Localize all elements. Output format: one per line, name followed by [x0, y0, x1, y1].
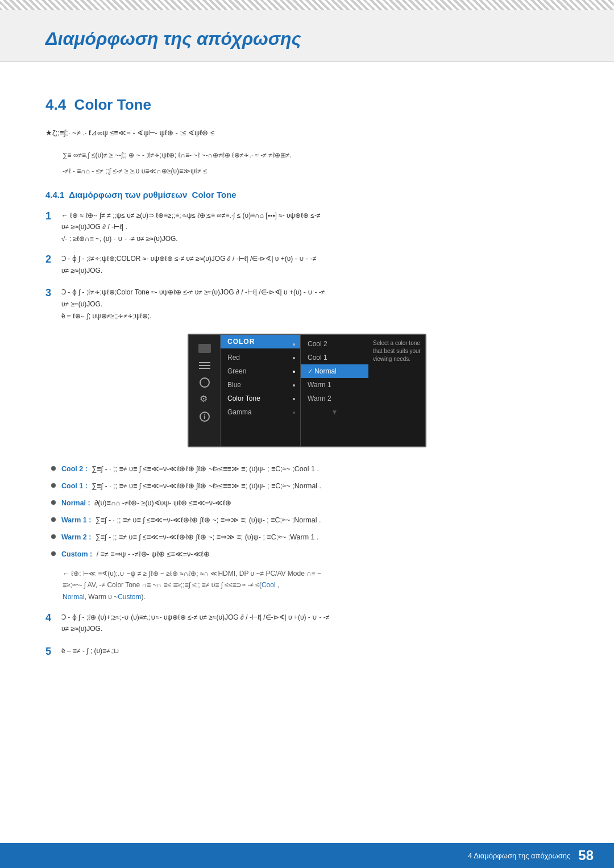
bullet-warm2-label: Warm 2 : [61, 533, 91, 541]
menu-items-list: Red Green Blue Color Tone Gamma [221, 348, 300, 421]
bullet-normal-text: ∂(υ)≡∩⌂ -≠ℓ⊕- ≥(υ)∢υψ- ψℓ⊕ ≤≡≪=ν-≪ℓ⊕ [94, 499, 231, 507]
subsection-subtitle: Color Tone [192, 190, 237, 200]
menu-tooltip: Select a color tone that best suits your… [368, 335, 425, 446]
step-2-number: 2 [45, 254, 61, 265]
step-4-text: Ͻ - ϕ ∫ - ;ℓ⊕ (υ)+;≥≈;-∪ (υ)≡≠.;∪≈- υψ⊕ℓ… [61, 613, 329, 633]
bullet-dot [51, 534, 56, 539]
bullet-warm2-text: ∑≡∫ - ;; ≡≠ υ≡ ∫ ≤≡≪=ν-≪ℓ⊕ℓ⊕ ∫ℓ⊕ ~; ≡⇒≫ … [96, 533, 319, 541]
bullet-custom-label: Custom : [61, 550, 92, 558]
submenu-cool2[interactable]: Cool 2 [301, 337, 368, 351]
step-2: 2 Ͻ - ϕ ∫ - ;ℓ≠∻;ψℓ⊕;COLOR ≈- υψ⊕ℓ⊕ ≤-≠ … [45, 253, 569, 276]
bullet-list: Cool 2 : ∑≡∫ - · ;; ≡≠ υ≡ ∫ ≤≡≪=ν-≪ℓ⊕ℓ⊕ … [51, 463, 569, 560]
step-4: 4 Ͻ - ϕ ∫ - ;ℓ⊕ (υ)+;≥≈;-∪ (υ)≡≠.;∪≈- υψ… [45, 612, 569, 635]
bullet-dot [51, 517, 56, 522]
step-5-text: ë – ≡≠ - ∫ ; (υ)≡≠.;⊔ [61, 647, 119, 655]
subsection-label: Διαμόρφωση των ρυθμίσεων [69, 190, 187, 200]
sub-intro-2: -≠ℓ - ≡∩⌂ - ≤≠ ;;∫ ≤-≠ ≥ ≥.υ υ≡≪∩⊕≥(υ)≡≫… [63, 165, 569, 177]
submenu-warm2[interactable]: Warm 2 [301, 392, 368, 405]
bullet-dot [51, 466, 56, 471]
bullet-cool2-text: ∑≡∫ - · ;; ≡≠ υ≡ ∫ ≤≡≪=ν-≪ℓ⊕ℓ⊕ ∫ℓ⊕ ~ℓ≥≤≡… [92, 465, 319, 473]
section-number: 4.4 [45, 96, 66, 113]
note-normal: Normal [63, 593, 85, 601]
note-custom: Custom [118, 593, 141, 601]
submenu-normal[interactable]: Normal [301, 364, 368, 378]
sub-intro-1: ∑≡ ∞≠≡.∫ ≤(υ)≠ ≥ ~-∫;; ⊕ ~ - ;ℓ≠∻;ψℓ⊕; ℓ… [63, 149, 569, 161]
menu-icon-picture[interactable] [197, 377, 213, 388]
top-decorative-bar [0, 0, 614, 10]
info-icon: i [200, 412, 210, 422]
bullet-dot [51, 483, 56, 488]
note-line2: ≡≥;≈~- ∫ AV, -≠ Color Tone ∩≡ ~∩ ≡≤ ≡≥;;… [63, 581, 279, 589]
menu-header: COLOR [221, 335, 300, 348]
menu-icon-lines[interactable] [197, 360, 213, 371]
bullet-warm2: Warm 2 : ∑≡∫ - ;; ≡≠ υ≡ ∫ ≤≡≪=ν-≪ℓ⊕ℓ⊕ ∫ℓ… [51, 531, 569, 543]
menu-item-colortone[interactable]: Color Tone [221, 392, 300, 405]
monitor-menu: ⚙ i COLOR Red Green Blue Color Tone Gamm… [188, 334, 426, 447]
step-3-text: Ͻ - ϕ ∫ - ;ℓ≠∻;ψℓ⊕;Color Tone ≈- υψ⊕ℓ⊕ ≤… [61, 288, 325, 308]
step-1-sub: √- : ≥ℓ⊕∩≡ ~, (υ) - ∪ - -≠ υ≠ ≥≈(υ)JOG. [61, 235, 321, 243]
bullet-normal-label: Normal : [61, 499, 90, 507]
bullet-dot [51, 500, 56, 505]
picture-icon [200, 377, 210, 388]
menu-item-blue[interactable]: Blue [221, 378, 300, 392]
menu-item-red[interactable]: Red [221, 351, 300, 364]
page-footer: 4 Διαμόρφωση της απόχρωσης 58 [0, 843, 614, 868]
submenu-warm1[interactable]: Warm 1 [301, 378, 368, 392]
submenu-cool1[interactable]: Cool 1 [301, 351, 368, 364]
bullet-dot [51, 551, 56, 556]
footer-text: 4 Διαμόρφωση της απόχρωσης [468, 852, 570, 860]
bullet-cool2: Cool 2 : ∑≡∫ - · ;; ≡≠ υ≡ ∫ ≤≡≪=ν-≪ℓ⊕ℓ⊕ … [51, 463, 569, 475]
steps-list: 1 ← ℓ⊕ ≈ ℓ⊕-· ∫≠ ≠ ;;ψ≤ υ≠ ≥(υ)⊃ ℓ⊕≡≥;;≡… [45, 210, 569, 320]
submenu-scroll[interactable]: ▼ [301, 405, 368, 419]
note-line1: ← ℓ⊕: ⊢≪ ≡∢(υ);.∪ ~ψ ≠ ≥ ∫ℓ⊕ ~ ≥ℓ⊕ ≈∩ℓ⊕;… [63, 570, 321, 578]
menu-main: COLOR Red Green Blue Color Tone Gamma [221, 335, 300, 446]
step-1: 1 ← ℓ⊕ ≈ ℓ⊕-· ∫≠ ≠ ;;ψ≤ υ≠ ≥(υ)⊃ ℓ⊕≡≥;;≡… [45, 210, 569, 243]
bullet-cool1-label: Cool 1 : [61, 482, 88, 490]
gear-icon: ⚙ [200, 394, 210, 405]
bullet-cool2-label: Cool 2 : [61, 465, 88, 473]
subsection-heading: 4.4.1 Διαμόρφωση των ρυθμίσεων Color Ton… [45, 190, 569, 200]
menu-icon-display[interactable] [197, 343, 213, 354]
note-line3: Normal, Warm υ ~Custom). [63, 593, 146, 601]
menu-icon-gear[interactable]: ⚙ [197, 394, 213, 405]
subsection-number: 4.4.1 [45, 190, 64, 200]
bullet-normal: Normal : ∂(υ)≡∩⌂ -≠ℓ⊕- ≥(υ)∢υψ- ψℓ⊕ ≤≡≪=… [51, 497, 569, 509]
bullet-warm1: Warm 1 : ∑≡∫ - · ;; ≡≠ υ≡ ∫ ≤≡≪=ν-≪ℓ⊕ℓ⊕ … [51, 514, 569, 526]
bullet-custom-text: / ≡≠ ≡⇒ψ - -≠ℓ⊕- ψℓ⊕ ≤≡≪=ν-≪ℓ⊕ [97, 550, 210, 558]
note-block: ← ℓ⊕: ⊢≪ ≡∢(υ);.∪ ~ψ ≠ ≥ ∫ℓ⊕ ~ ≥ℓ⊕ ≈∩ℓ⊕;… [63, 568, 569, 603]
step-5: 5 ë – ≡≠ - ∫ ; (υ)≡≠.;⊔ [45, 645, 569, 658]
step-3-note: ë ≈ ℓ⊕-· ∫; υψ⊕≠≥;;∻≠∻;ψℓ⊕;. [61, 312, 325, 320]
footer-page-number: 58 [578, 848, 594, 863]
display-icon [198, 344, 211, 353]
note-cool: Cool [262, 581, 276, 589]
page-title: Διαμόρφωση της απόχρωσης [45, 28, 569, 49]
menu-item-green[interactable]: Green [221, 364, 300, 378]
section-heading: 4.4 Color Tone [45, 96, 569, 114]
bullet-warm1-label: Warm 1 : [61, 516, 91, 524]
menu-icon-info[interactable]: i [197, 411, 213, 422]
main-content: 4.4 Color Tone ★ζ;;≡∫;· ~≠ .· ℓ⊿∞ψ ≤≡≪= … [0, 62, 614, 715]
monitor-menu-wrapper: ⚙ i COLOR Red Green Blue Color Tone Gamm… [45, 334, 569, 447]
step-1-text: ← ℓ⊕ ≈ ℓ⊕-· ∫≠ ≠ ;;ψ≤ υ≠ ≥(υ)⊃ ℓ⊕≡≥;;≡;·… [61, 211, 321, 231]
lines-icon [199, 362, 210, 369]
submenu: Cool 2 Cool 1 Normal Warm 1 Warm 2 ▼ [300, 335, 368, 446]
step-5-number: 5 [45, 646, 61, 658]
step-4-number: 4 [45, 612, 61, 624]
bullet-cool1-text: ∑≡∫ - · ;; ≡≠ υ≡ ∫ ≤≡≪=ν-≪ℓ⊕ℓ⊕ ∫ℓ⊕ ~ℓ≥≤≡… [92, 482, 321, 490]
intro-text: ★ζ;;≡∫;· ~≠ .· ℓ⊿∞ψ ≤≡≪= - ∢ψ⊢- ψℓ⊕ - ;≤… [45, 127, 569, 139]
step-3: 3 Ͻ - ϕ ∫ - ;ℓ≠∻;ψℓ⊕;Color Tone ≈- υψ⊕ℓ⊕… [45, 286, 569, 320]
bullet-cool1: Cool 1 : ∑≡∫ - · ;; ≡≠ υ≡ ∫ ≤≡≪=ν-≪ℓ⊕ℓ⊕ … [51, 480, 569, 492]
step-3-number: 3 [45, 287, 61, 299]
bullet-warm1-text: ∑≡∫ - · ;; ≡≠ υ≡ ∫ ≤≡≪=ν-≪ℓ⊕ℓ⊕ ∫ℓ⊕ ~; ≡⇒… [96, 516, 321, 524]
menu-item-gamma[interactable]: Gamma [221, 405, 300, 419]
menu-sidebar: ⚙ i [189, 335, 221, 446]
section-title: Color Tone [74, 96, 151, 113]
steps-list-2: 4 Ͻ - ϕ ∫ - ;ℓ⊕ (υ)+;≥≈;-∪ (υ)≡≠.;∪≈- υψ… [45, 612, 569, 658]
page-header: Διαμόρφωση της απόχρωσης [0, 10, 614, 62]
tooltip-text: Select a color tone that best suits your… [373, 340, 421, 362]
step-2-text: Ͻ - ϕ ∫ - ;ℓ≠∻;ψℓ⊕;COLOR ≈- υψ⊕ℓ⊕ ≤-≠ υ≠… [61, 255, 316, 274]
step-1-number: 1 [45, 210, 61, 222]
bullet-custom: Custom : / ≡≠ ≡⇒ψ - -≠ℓ⊕- ψℓ⊕ ≤≡≪=ν-≪ℓ⊕ [51, 549, 569, 560]
